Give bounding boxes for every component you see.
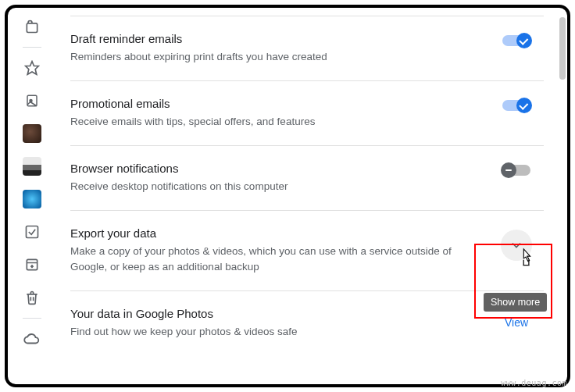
- toggle-draft-reminder[interactable]: [502, 35, 530, 46]
- sidebar-thumb-2[interactable]: [23, 157, 41, 176]
- watermark: www.deuag.com: [501, 379, 567, 387]
- setting-desc: Receive emails with tips, special offers…: [70, 114, 473, 130]
- setting-draft-reminder: Draft reminder emails Reminders about ex…: [70, 16, 544, 80]
- setting-title: Your data in Google Photos: [70, 305, 473, 323]
- toggle-promotional-emails[interactable]: [502, 100, 530, 111]
- sidebar: [8, 8, 56, 384]
- setting-title: Draft reminder emails: [70, 30, 473, 48]
- sidebar-divider: [23, 318, 41, 319]
- sidebar-divider: [23, 47, 41, 48]
- svg-rect-8: [523, 265, 529, 265]
- svg-rect-6: [523, 260, 524, 265]
- star-icon[interactable]: [23, 59, 41, 77]
- setting-promotional-emails: Promotional emails Receive emails with t…: [70, 80, 544, 145]
- settings-content: Draft reminder emails Reminders about ex…: [70, 8, 544, 384]
- trash-icon[interactable]: [23, 288, 41, 307]
- setting-desc: Find out how we keep your photos & video…: [70, 324, 473, 340]
- setting-export-data: Export your data Make a copy of your pho…: [70, 210, 544, 290]
- view-button[interactable]: View: [505, 310, 528, 329]
- setting-browser-notifications: Browser notifications Receive desktop no…: [70, 145, 544, 210]
- archive-icon[interactable]: [23, 255, 41, 274]
- scrollbar-thumb[interactable]: [559, 17, 566, 80]
- toggle-browser-notifications[interactable]: [502, 165, 530, 176]
- setting-title: Promotional emails: [70, 95, 473, 112]
- store-icon[interactable]: [23, 17, 41, 36]
- show-more-tooltip: Show more: [484, 293, 547, 312]
- cloud-icon[interactable]: [23, 330, 41, 348]
- setting-desc: Reminders about expiring print drafts yo…: [70, 49, 473, 65]
- photo-icon[interactable]: [23, 91, 41, 110]
- svg-rect-7: [528, 260, 529, 265]
- expand-export-button[interactable]: [501, 230, 532, 261]
- sidebar-thumb-1[interactable]: [23, 124, 41, 143]
- app-frame: Draft reminder emails Reminders about ex…: [5, 5, 570, 387]
- setting-desc: Receive desktop notifications on this co…: [70, 179, 473, 194]
- setting-desc: Make a copy of your photos & videos, whi…: [70, 244, 473, 275]
- sidebar-thumb-3[interactable]: [23, 190, 41, 208]
- checkbox-icon[interactable]: [23, 223, 41, 241]
- svg-rect-4: [27, 226, 38, 238]
- setting-title: Export your data: [70, 225, 473, 242]
- svg-rect-0: [27, 23, 37, 33]
- chevron-down-icon: [509, 237, 524, 253]
- svg-marker-1: [26, 62, 39, 75]
- setting-title: Browser notifications: [70, 160, 473, 177]
- setting-your-data: Your data in Google Photos Find out how …: [70, 290, 544, 355]
